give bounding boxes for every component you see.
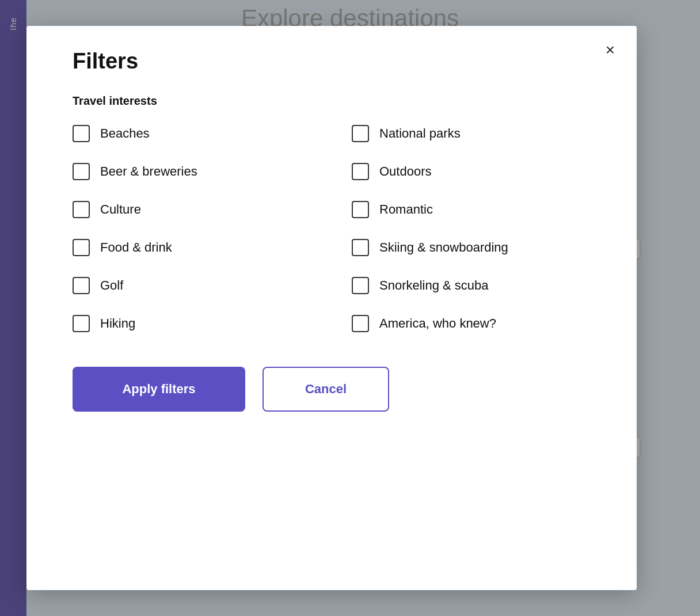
checkbox-item-golf[interactable]: Golf xyxy=(73,277,329,294)
checkbox-food-drink[interactable] xyxy=(73,239,90,256)
interests-grid: Beaches National parks Beer & breweries … xyxy=(73,125,608,332)
modal-title: Filters xyxy=(73,49,608,74)
close-button[interactable]: × xyxy=(601,40,619,60)
filters-modal: × Filters Travel interests Beaches Natio… xyxy=(26,26,637,590)
checkbox-america-who-knew[interactable] xyxy=(352,315,369,332)
checkbox-outdoors[interactable] xyxy=(352,163,369,180)
modal-buttons: Apply filters Cancel xyxy=(73,367,608,412)
checkbox-item-america-who-knew[interactable]: America, who knew? xyxy=(352,315,608,332)
section-title-travel-interests: Travel interests xyxy=(73,94,608,108)
checkbox-hiking[interactable] xyxy=(73,315,90,332)
checkbox-label-outdoors: Outdoors xyxy=(379,164,432,179)
checkbox-label-snorkeling-scuba: Snorkeling & scuba xyxy=(379,278,489,293)
checkbox-national-parks[interactable] xyxy=(352,125,369,142)
checkbox-item-romantic[interactable]: Romantic xyxy=(352,201,608,218)
checkbox-label-hiking: Hiking xyxy=(100,316,135,331)
checkbox-golf[interactable] xyxy=(73,277,90,294)
checkbox-label-beaches: Beaches xyxy=(100,126,150,141)
checkbox-label-skiing-snowboarding: Skiing & snowboarding xyxy=(379,240,508,255)
checkbox-label-golf: Golf xyxy=(100,278,123,293)
checkbox-item-national-parks[interactable]: National parks xyxy=(352,125,608,142)
checkbox-label-culture: Culture xyxy=(100,202,141,217)
checkbox-item-outdoors[interactable]: Outdoors xyxy=(352,163,608,180)
checkbox-item-culture[interactable]: Culture xyxy=(73,201,329,218)
checkbox-label-romantic: Romantic xyxy=(379,202,433,217)
checkbox-label-america-who-knew: America, who knew? xyxy=(379,316,496,331)
checkbox-item-food-drink[interactable]: Food & drink xyxy=(73,239,329,256)
checkbox-label-food-drink: Food & drink xyxy=(100,240,172,255)
checkbox-item-hiking[interactable]: Hiking xyxy=(73,315,329,332)
checkbox-culture[interactable] xyxy=(73,201,90,218)
checkbox-snorkeling-scuba[interactable] xyxy=(352,277,369,294)
checkbox-label-beer-breweries: Beer & breweries xyxy=(100,164,197,179)
cancel-button[interactable]: Cancel xyxy=(262,367,389,412)
checkbox-label-national-parks: National parks xyxy=(379,126,461,141)
checkbox-item-snorkeling-scuba[interactable]: Snorkeling & scuba xyxy=(352,277,608,294)
checkbox-romantic[interactable] xyxy=(352,201,369,218)
apply-filters-button[interactable]: Apply filters xyxy=(73,367,245,412)
checkbox-item-skiing-snowboarding[interactable]: Skiing & snowboarding xyxy=(352,239,608,256)
checkbox-item-beaches[interactable]: Beaches xyxy=(73,125,329,142)
checkbox-beer-breweries[interactable] xyxy=(73,163,90,180)
checkbox-skiing-snowboarding[interactable] xyxy=(352,239,369,256)
checkbox-item-beer-breweries[interactable]: Beer & breweries xyxy=(73,163,329,180)
checkbox-beaches[interactable] xyxy=(73,125,90,142)
